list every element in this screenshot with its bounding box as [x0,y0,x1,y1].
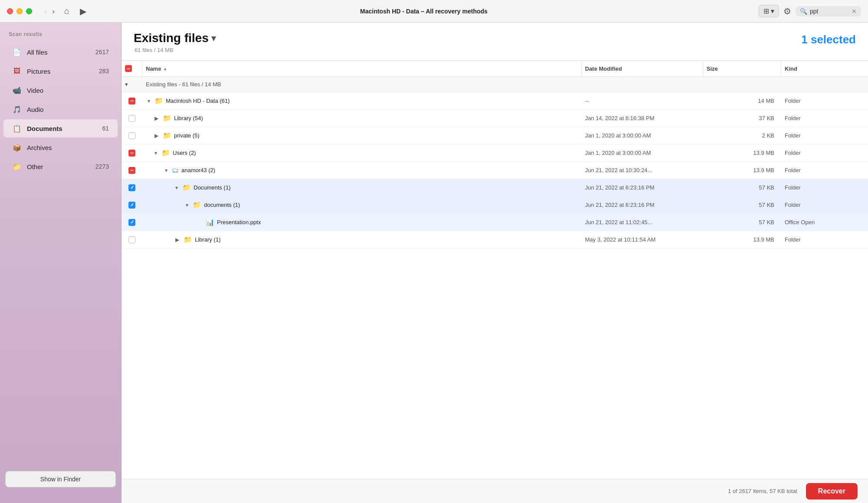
pictures-count: 283 [99,68,109,75]
table-row[interactable]: ▾ 📁 Documents (1) Jun 21, 2022 at 6:23:1… [122,179,868,196]
maximize-button[interactable] [26,8,32,14]
row-checkbox[interactable] [128,184,135,191]
row-checkbox-cell [122,183,142,193]
group-header-label: Existing files - 61 files / 14 MB [142,79,868,89]
table-row[interactable]: ▶ 📁 Library (54) Jan 14, 2022 at 6:16:38… [122,110,868,127]
row-expand-btn[interactable]: ▾ [163,167,169,174]
row-checkbox[interactable] [128,98,135,105]
row-size: 13.9 MB [703,164,781,176]
forward-button[interactable]: › [50,7,56,16]
documents-icon: 📋 [12,124,22,133]
other-count: 2273 [95,163,109,170]
titlebar: ‹ › ⌂ ▶︎ Macintosh HD - Data – All recov… [0,0,868,23]
table-row[interactable]: ▾ 📁 Macintosh HD - Data (61) -- 14 MB Fo… [122,92,868,110]
view-toggle-button[interactable]: ⊞ ▾ [759,5,779,17]
content-title-text: Existing files [134,31,209,45]
video-icon: 📹 [12,85,22,95]
table-row[interactable]: ▶ 📁 Library (1) May 3, 2022 at 10:11:54 … [122,231,868,248]
content-subtitle: 61 files / 14 MB [134,47,216,53]
row-checkbox[interactable] [128,150,135,157]
th-date[interactable]: Date Modified [582,61,703,76]
row-checkbox-cell [122,235,142,245]
row-checkbox-cell [122,131,142,141]
selected-badge: 1 selected [801,31,856,46]
row-expand-btn[interactable]: ▶ [174,236,181,244]
row-checkbox-cell [122,148,142,158]
row-date: Jun 21, 2022 at 11:02:45... [582,216,703,228]
table-row[interactable]: ▶ 📁 private (5) Jan 1, 2020 at 3:00:00 A… [122,127,868,144]
content-area: Existing files ▾ 61 files / 14 MB 1 sele… [122,23,868,503]
home-button[interactable]: ⌂ [62,5,72,17]
row-size: 57 KB [703,182,781,193]
row-expand-btn[interactable]: ▾ [184,201,190,209]
row-expand-btn[interactable]: ▶ [153,114,160,122]
row-checkbox[interactable] [128,202,135,209]
row-kind: Office Open [781,216,868,228]
folder-icon: 📁 [193,201,201,209]
row-checkbox-cell [122,96,142,106]
sidebar-item-all-files[interactable]: 📄 All files 2617 [3,43,118,61]
group-expand[interactable]: ▾ [122,79,142,89]
content-title[interactable]: Existing files ▾ [134,31,216,45]
th-name-label: Name [146,65,161,72]
row-checkbox[interactable] [128,167,135,174]
table-row[interactable]: ▾ 🗂 anamor43 (2) Jun 21, 2022 at 10:30:2… [122,162,868,179]
pptx-icon: 📊 [206,218,214,226]
row-kind: Folder [781,130,868,141]
row-name: anamor43 (2) [181,167,215,173]
sidebar-item-documents[interactable]: 📋 Documents 61 [3,119,118,137]
sidebar-item-archives[interactable]: 📦 Archives [3,138,118,157]
archives-icon: 📦 [12,143,22,152]
row-checkbox-cell [122,200,142,210]
all-files-count: 2617 [95,49,109,56]
row-date: Jun 21, 2022 at 6:23:16 PM [582,182,703,193]
folder-icon: 📁 [155,97,163,105]
row-expand-btn[interactable]: ▾ [146,97,152,105]
archives-label: Archives [27,144,104,151]
search-input[interactable] [810,8,849,15]
window-title: Macintosh HD - Data – All recovery metho… [94,8,753,15]
row-checkbox-cell [122,165,142,176]
row-name: Documents (1) [194,184,230,191]
folder-icon: 📁 [163,114,171,122]
traffic-lights [7,8,32,14]
search-clear-button[interactable]: ✕ [852,8,857,15]
th-size[interactable]: Size [703,61,781,76]
bottom-bar: 1 of 2617 items, 57 KB total Recover [122,479,868,503]
th-kind[interactable]: Kind [781,61,868,76]
row-name-cell: ▾ 📁 Users (2) [142,146,582,160]
row-expand-btn[interactable]: ▾ [153,149,159,157]
content-title-chevron-icon: ▾ [211,33,216,43]
th-name[interactable]: Name ▲ [142,61,582,76]
select-all-checkbox[interactable] [125,65,132,72]
sidebar-item-video[interactable]: 📹 Video [3,81,118,99]
row-expand-btn[interactable]: ▾ [174,184,180,192]
table-header: Name ▲ Date Modified Size Kind [122,61,868,77]
minimize-button[interactable] [16,8,23,14]
row-expand-btn[interactable]: ▶ [153,132,160,140]
th-checkbox [122,61,142,76]
main-layout: Scan results 📄 All files 2617 🖼 Pictures… [0,23,868,503]
scan-button[interactable]: ▶︎ [77,5,89,17]
table-row[interactable]: 📊 Presentation.pptx Jun 21, 2022 at 11:0… [122,214,868,231]
table-row[interactable]: ▾ 📁 documents (1) Jun 21, 2022 at 6:23:1… [122,196,868,214]
back-button[interactable]: ‹ [43,7,49,16]
row-name-cell: ▶ 📁 Library (54) [142,111,582,125]
row-checkbox[interactable] [128,219,135,226]
close-button[interactable] [7,8,13,14]
row-checkbox[interactable] [128,132,135,139]
row-name: Macintosh HD - Data (61) [166,98,230,104]
filter-button[interactable]: ⚙ [783,6,791,16]
table-row[interactable]: ▾ 📁 Users (2) Jan 1, 2020 at 3:00:00 AM … [122,144,868,162]
row-kind: Folder [781,234,868,245]
row-name: Library (54) [174,115,203,121]
row-date: Jun 21, 2022 at 10:30:24... [582,164,703,176]
row-date: -- [582,95,703,107]
row-checkbox[interactable] [128,236,135,243]
show-in-finder-button[interactable]: Show in Finder [5,471,116,487]
recover-button[interactable]: Recover [806,483,858,500]
sidebar-item-pictures[interactable]: 🖼 Pictures 283 [3,62,118,80]
row-checkbox[interactable] [128,115,135,122]
sidebar-item-audio[interactable]: 🎵 Audio [3,100,118,118]
sidebar-item-other[interactable]: 📁 Other 2273 [3,157,118,176]
